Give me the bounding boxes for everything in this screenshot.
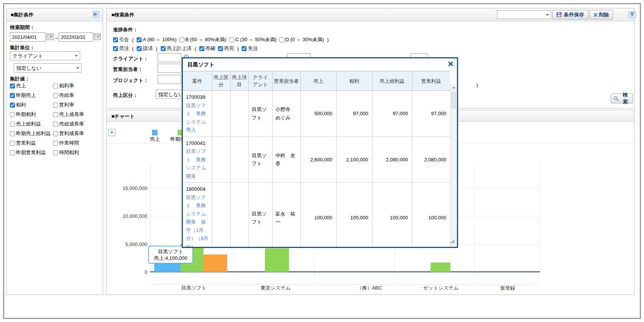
cell-client: 目黒ソフト (249, 91, 272, 137)
dialog-close-icon[interactable] (448, 61, 453, 68)
project-input[interactable] (158, 75, 181, 84)
aggregation-value-checkbox-昨期粗利-label: 昨期粗利 (16, 111, 36, 118)
aggregation-value-checkbox-昨期売上[interactable]: 昨期売上 (10, 92, 53, 99)
x-category-label-（株）ABC: （株）ABC (331, 285, 408, 291)
case-link[interactable]: 目黒ソフト 業務システム開発 (186, 148, 206, 179)
progress1-checkbox-D (0 ～ 30%未満)[interactable]: D (0 ～ 30%未満) (279, 36, 324, 43)
collapse-up-icon[interactable] (628, 11, 636, 18)
scroll-up-icon[interactable] (452, 86, 456, 89)
date-to-input[interactable] (59, 32, 93, 42)
aggregation-value-checkbox-昨期粗利[interactable]: 昨期粗利 (10, 111, 53, 118)
progress2-checkbox-受注-label: 受注 (119, 45, 129, 52)
progress2-checkbox-売上計上済[interactable]: 売上計上済 (161, 45, 192, 52)
sales-staff-input[interactable] (158, 64, 181, 73)
delete-condition-button[interactable]: 削除 (589, 10, 613, 19)
aggregation-value-checkbox-営利成長率[interactable]: 営利成長率 (53, 130, 98, 137)
aggregation-value-checkbox-時間粗利-box[interactable] (53, 150, 58, 155)
scroll-thumb[interactable] (451, 92, 456, 109)
client-field-label: クライアント： (113, 55, 148, 62)
aggregation-value-checkbox-昨期営業利益[interactable]: 昨期営業利益 (10, 149, 53, 156)
progress2-checkbox-請済[interactable]: 請済 (137, 45, 153, 52)
aggregation-subunit-select[interactable]: 指定しない (14, 63, 82, 72)
tooltip-value: 売上:4,100,000 (149, 255, 192, 261)
progress2-checkbox-受注-box[interactable] (113, 46, 118, 51)
aggregation-value-checkbox-昨期粗利-box[interactable] (10, 112, 15, 117)
aggregation-value-checkbox-営業利益-box[interactable] (10, 141, 15, 146)
cell-sales: 500,000 (300, 91, 336, 137)
progress2-checkbox-売確-box[interactable] (199, 46, 204, 51)
aggregation-value-checkbox-売上総利益-box[interactable] (10, 122, 15, 127)
progress2-checkbox-失注[interactable]: 失注 (242, 45, 258, 52)
dialog-scrollbar[interactable] (450, 84, 457, 247)
aggregation-value-checkbox-売総成長率[interactable]: 売総成長率 (53, 121, 98, 127)
save-condition-button[interactable]: 条件保存 (552, 10, 588, 19)
aggregation-value-checkbox-粗利率-box[interactable] (53, 84, 58, 89)
progress1-checkbox-B (50 ～ 80%未満)[interactable]: B (50 ～ 80%未満) (179, 36, 227, 43)
aggregation-value-checkbox-昨期営業利益-box[interactable] (10, 150, 15, 155)
cell-client: 目黒ソフト (249, 183, 272, 247)
cell-gross-profit: 2,100,000 (336, 137, 372, 183)
progress1-checkbox-C (30 ～ 50%未満)-box[interactable] (229, 37, 234, 42)
aggregation-subunit-value: 指定しない (16, 65, 42, 71)
aggregation-value-checkbox-売上成長率-box[interactable] (53, 112, 58, 117)
date-from-input[interactable] (10, 32, 46, 42)
aggregation-value-checkbox-粗利率[interactable]: 粗利率 (53, 82, 98, 89)
aggregation-value-checkbox-昨期売上総利益-box[interactable] (10, 131, 15, 136)
progress2-checkbox-売完[interactable]: 売完 (218, 45, 234, 52)
progress1-checkbox-B (50 ～ 80%未満)-box[interactable] (179, 37, 184, 42)
aggregation-value-checkbox-営利率-box[interactable] (53, 103, 58, 108)
search-button[interactable]: 検索 (611, 93, 633, 103)
progress-conditions-row1: 引合(A (80 ～ 100%)B (50 ～ 80%未満)C (30 ～ 50… (113, 36, 329, 43)
progress2-checkbox-受注[interactable]: 受注 (113, 45, 129, 52)
aggregation-value-checkbox-営利成長率-box[interactable] (53, 131, 58, 136)
progress1-checkbox-C (30 ～ 50%未満)[interactable]: C (30 ～ 50%未満) (229, 36, 276, 43)
aggregation-value-checkbox-時間粗利[interactable]: 時間粗利 (53, 149, 98, 156)
progress1-checkbox-A (80 ～ 100%)-box[interactable] (137, 37, 142, 42)
case-link[interactable]: 目黒ソフト 業務システム開発 保守（1月分）（8月分） (186, 195, 208, 247)
aggregation-value-checkbox-営利率-label: 営利率 (59, 101, 74, 108)
cell-staff: 中村 友香 (272, 137, 300, 183)
progress1-checkbox-引合-box[interactable] (113, 37, 118, 42)
aggregation-value-checkbox-売総成長率-box[interactable] (53, 122, 58, 127)
aggregation-value-checkbox-営業利益-label: 営業利益 (16, 140, 36, 147)
aggregation-value-checkbox-昨期売上総利益[interactable]: 昨期売上総利益 (10, 130, 53, 137)
progress2-checkbox-失注-box[interactable] (242, 46, 247, 51)
aggregation-value-checkbox-営業利益[interactable]: 営業利益 (10, 140, 53, 147)
sales-type-label: 売上区分： (113, 92, 138, 99)
progress2-checkbox-売上計上済-box[interactable] (161, 46, 166, 51)
aggregation-value-checkbox-売上-box[interactable] (10, 84, 15, 89)
cell-staff: 小野寺 めぐみ (272, 91, 300, 137)
aggregation-value-checkbox-粗利-box[interactable] (10, 103, 15, 108)
bar-目黒ソフト-粗利[interactable] (203, 254, 227, 272)
progress1-checkbox-D (0 ～ 30%未満)-box[interactable] (279, 37, 284, 42)
aggregation-value-checkbox-昨期売上-box[interactable] (10, 93, 15, 98)
aggregation-value-checkbox-作業時間-box[interactable] (53, 141, 58, 146)
saved-condition-select[interactable] (497, 10, 551, 19)
bar-東京システム-昨期売上[interactable] (265, 248, 289, 272)
dialog-resize-handle[interactable] (450, 239, 455, 245)
progress2-checkbox-売確[interactable]: 売確 (199, 45, 215, 52)
client-input[interactable] (158, 53, 181, 62)
aggregation-value-checkbox-売上総利益-label: 売上総利益 (16, 121, 41, 127)
progress2-checkbox-請済-box[interactable] (137, 46, 142, 51)
aggregation-value-checkbox-売総率-box[interactable] (53, 93, 58, 98)
bar-ゼットシステム-昨期売上[interactable] (431, 262, 450, 272)
aggregation-value-checkbox-売総率[interactable]: 売総率 (53, 92, 98, 99)
aggregation-value-checkbox-粗利[interactable]: 粗利 (10, 101, 53, 108)
aggregation-unit-select[interactable]: クライアント (10, 51, 80, 60)
progress1-checkbox-引合[interactable]: 引合 (113, 36, 129, 43)
search-panel-title: ■検索条件 (111, 11, 134, 18)
aggregation-value-checkbox-売上総利益[interactable]: 売上総利益 (10, 121, 53, 127)
progress1-checkbox-A (80 ～ 100%)[interactable]: A (80 ～ 100%) (137, 36, 176, 43)
progress2-paren: ) (237, 46, 239, 52)
collapse-left-icon[interactable] (93, 11, 99, 18)
legend-toggle-icon[interactable] (108, 129, 115, 136)
calendar-icon-to[interactable] (94, 34, 101, 41)
aggregation-value-checkbox-営利率[interactable]: 営利率 (53, 101, 98, 108)
progress2-checkbox-売完-box[interactable] (218, 46, 223, 51)
calendar-icon-from[interactable] (47, 34, 53, 41)
case-link[interactable]: 目黒ソフト 業務システム導入 (186, 103, 206, 133)
aggregation-value-checkbox-売上成長率[interactable]: 売上成長率 (53, 111, 98, 118)
aggregation-value-checkbox-売上[interactable]: 売上 (10, 82, 53, 89)
aggregation-value-checkbox-作業時間[interactable]: 作業時間 (53, 140, 98, 147)
